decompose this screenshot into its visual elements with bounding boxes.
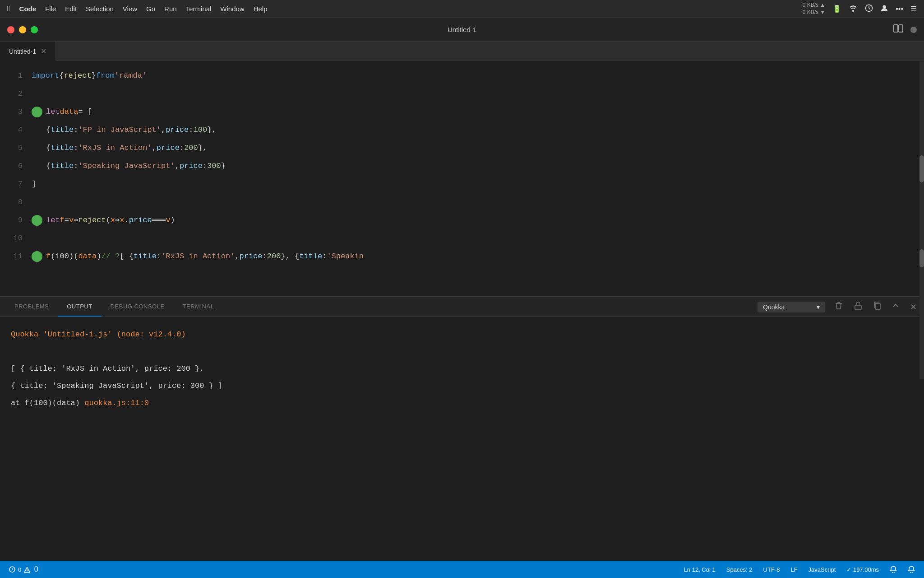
lock-icon[interactable] <box>852 299 864 314</box>
titlebar: Untitled-1 <box>0 18 924 42</box>
output-text-5: at f(100)(data) <box>11 399 84 407</box>
timing: ✓ 197.00ms <box>846 566 879 573</box>
menu-run[interactable]: Run <box>164 5 177 13</box>
bell-icon[interactable] <box>908 566 915 573</box>
menubar:  Code File Edit Selection View Go Run T… <box>0 0 924 18</box>
menubar-right: 0 KB/s ▲0 KB/s ▼ 🔋 ••• ☰ <box>803 2 917 16</box>
encoding[interactable]: UTF-8 <box>763 566 780 573</box>
code-line-9: let f = v ⇒ reject(x ⇒ x.price ═══ v) <box>32 211 924 229</box>
code-line-3: let data = [ <box>32 103 924 121</box>
error-count-text: 0 <box>18 566 21 573</box>
menu-view[interactable]: View <box>123 5 137 13</box>
svg-point-1 <box>883 5 886 8</box>
dot-icon <box>910 27 917 33</box>
output-text-1: Quokka 'Untitled-1.js' (node: v12.4.0) <box>11 330 186 339</box>
output-line-2 <box>11 343 913 360</box>
window-title: Untitled-1 <box>448 26 476 33</box>
warning-count-text: 0 <box>34 565 38 573</box>
code-line-8 <box>32 193 924 211</box>
tab-label: Untitled-1 <box>9 48 36 55</box>
code-line-5: { title: 'RxJS in Action', price: 200 }, <box>32 139 924 157</box>
output-text-3: [ { title: 'RxJS in Action', price: 200 … <box>11 364 204 373</box>
code-editor[interactable]: 1 2 3 4 5 6 7 8 9 10 11 import { reject … <box>0 61 924 296</box>
line-numbers: 1 2 3 4 5 6 7 8 9 10 11 <box>0 61 32 296</box>
output-line-1: Quokka 'Untitled-1.js' (node: v12.4.0) <box>11 326 913 343</box>
notification-icon[interactable] <box>890 566 897 573</box>
apple-menu[interactable]:  <box>7 4 10 14</box>
editor-tab-bar: Untitled-1 ✕ <box>0 42 924 61</box>
tab-output[interactable]: OUTPUT <box>58 297 101 317</box>
close-button[interactable] <box>7 26 14 33</box>
svg-rect-3 <box>899 25 903 32</box>
menu-file[interactable]: File <box>45 5 56 13</box>
dropdown-arrow: ▾ <box>817 303 820 311</box>
maximize-button[interactable] <box>31 26 38 33</box>
output-link[interactable]: quokka.js:11:0 <box>84 399 149 407</box>
svg-rect-2 <box>894 25 898 32</box>
chevron-up-icon[interactable] <box>890 300 901 313</box>
code-line-4: { title: 'FP in JavaScript', price: 100 … <box>32 121 924 139</box>
code-line-1: import { reject } from 'ramda' <box>32 67 924 85</box>
statusbar-right: Ln 12, Col 1 Spaces: 2 UTF-8 LF JavaScri… <box>684 566 915 573</box>
code-line-10 <box>32 229 924 247</box>
profile-icon <box>880 4 888 14</box>
tab-close-icon[interactable]: ✕ <box>41 47 46 56</box>
clear-output-icon[interactable] <box>832 300 845 314</box>
svg-rect-5 <box>875 303 880 309</box>
minimize-button[interactable] <box>19 26 26 33</box>
warning-count[interactable]: 0 <box>24 565 38 573</box>
menu-go[interactable]: Go <box>146 5 155 13</box>
wifi-icon <box>849 5 858 14</box>
output-text-4: { title: 'Speaking JavaScript', price: 3… <box>11 382 222 390</box>
dropdown-label: Quokka <box>763 303 785 311</box>
menu-window[interactable]: Window <box>220 5 244 13</box>
line-ending[interactable]: LF <box>790 566 797 573</box>
panel-content: Quokka 'Untitled-1.js' (node: v12.4.0) [… <box>0 317 924 441</box>
panel: PROBLEMS OUTPUT DEBUG CONSOLE TERMINAL Q… <box>0 296 924 441</box>
menu-selection[interactable]: Selection <box>86 5 114 13</box>
svg-rect-4 <box>855 305 861 310</box>
menu-terminal[interactable]: Terminal <box>186 5 212 13</box>
error-count[interactable]: 0 <box>9 566 21 573</box>
panel-tab-bar: PROBLEMS OUTPUT DEBUG CONSOLE TERMINAL Q… <box>0 297 924 317</box>
menu-edit[interactable]: Edit <box>65 5 77 13</box>
output-line-4: { title: 'Speaking JavaScript', price: 3… <box>11 378 913 395</box>
copy-icon[interactable] <box>871 299 883 314</box>
menu-code[interactable]: Code <box>19 5 37 13</box>
traffic-lights <box>7 26 38 33</box>
clock-icon <box>865 4 873 14</box>
panel-tab-right: Quokka ▾ <box>758 299 919 314</box>
language-mode[interactable]: JavaScript <box>808 566 836 573</box>
statusbar: 0 0 Ln 12, Col 1 Spaces: 2 UTF-8 LF Java… <box>0 561 924 578</box>
kb-speed: 0 KB/s ▲0 KB/s ▼ <box>803 2 826 16</box>
tab-problems[interactable]: PROBLEMS <box>5 297 58 317</box>
tab-debug-console[interactable]: DEBUG CONSOLE <box>102 297 174 317</box>
code-line-2 <box>32 85 924 103</box>
battery-icon: 🔋 <box>832 5 841 13</box>
close-panel-icon[interactable]: ✕ <box>908 300 919 314</box>
code-content[interactable]: import { reject } from 'ramda' let data … <box>32 61 924 296</box>
dots-icon: ••• <box>896 5 903 13</box>
code-line-6: { title: 'Speaking JavaScript', price: 3… <box>32 157 924 175</box>
menu-help[interactable]: Help <box>254 5 268 13</box>
output-line-5: at f(100)(data) quokka.js:11:0 <box>11 395 913 412</box>
tab-terminal[interactable]: TERMINAL <box>174 297 223 317</box>
code-line-7: ] <box>32 175 924 193</box>
panel-source-dropdown[interactable]: Quokka ▾ <box>758 302 825 312</box>
output-line-3: [ { title: 'RxJS in Action', price: 200 … <box>11 360 913 378</box>
editor-tab-untitled[interactable]: Untitled-1 ✕ <box>0 42 56 61</box>
indent-type[interactable]: Spaces: 2 <box>726 566 753 573</box>
panel-scrollbar-track[interactable] <box>919 235 924 379</box>
split-editor-icon[interactable] <box>893 24 903 35</box>
list-icon: ☰ <box>910 5 917 13</box>
cursor-position[interactable]: Ln 12, Col 1 <box>684 566 716 573</box>
code-line-11: f(100)(data) // ? [ { title: 'RxJS in Ac… <box>32 247 924 266</box>
titlebar-right-controls <box>893 24 917 35</box>
